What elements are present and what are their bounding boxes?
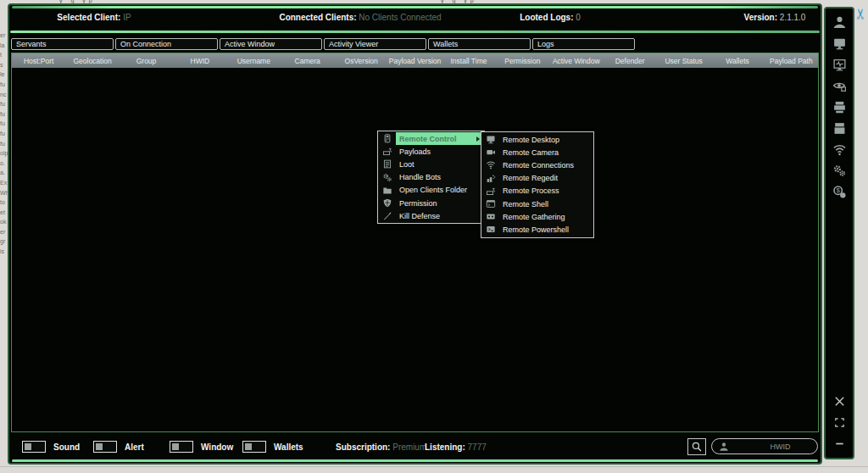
close-icon[interactable]	[832, 394, 847, 409]
submenu-item-remote-shell[interactable]: Remote Shell	[482, 198, 593, 210]
submenu-item-remote-camera[interactable]: Remote Camera	[482, 146, 593, 159]
menu-item-handle-bots[interactable]: Handle Bots	[379, 171, 483, 184]
version-value: 2.1.1.0	[780, 13, 806, 22]
hwid-search-input[interactable]	[729, 442, 832, 452]
folder-icon	[379, 185, 396, 196]
column-header-defender[interactable]: Defender	[603, 57, 656, 65]
submenu-item-remote-connections[interactable]: Remote Connections	[482, 159, 593, 171]
tab-active-window[interactable]: Active Window	[220, 38, 322, 50]
background-text: y g yp	[441, 0, 477, 3]
accent-line-bottom	[12, 459, 818, 462]
column-header-username[interactable]: Username	[227, 57, 281, 65]
accent-line-top	[12, 6, 818, 8]
background-text: y g yp	[59, 0, 96, 3]
selected-client-field: Selected Client: IP	[57, 13, 131, 22]
terminal-icon	[482, 198, 499, 209]
cash-machine-icon[interactable]	[832, 100, 847, 114]
submenu-item-remote-process[interactable]: Remote Process	[482, 185, 593, 198]
column-header-user-status[interactable]: User Status	[657, 57, 710, 65]
sound-checkbox[interactable]: Sound	[22, 441, 80, 453]
column-header-hwid[interactable]: HWID	[173, 57, 226, 65]
wifi-icon	[482, 159, 499, 170]
checkbox-indicator	[245, 443, 252, 450]
submenu-item-remote-gathering[interactable]: Remote Gathering	[482, 210, 593, 223]
checkbox-box[interactable]	[22, 441, 46, 453]
table-header-row: Host:Port Geolocation Group HWID Usernam…	[12, 53, 818, 68]
remote-control-icon	[379, 133, 396, 144]
column-header-group[interactable]: Group	[120, 57, 173, 65]
menu-item-open-clients-folder[interactable]: Open Clients Folder	[379, 184, 483, 197]
column-header-install-time[interactable]: Install Time	[442, 57, 495, 65]
version-field: Version: 2.1.1.0	[744, 13, 806, 22]
listening-label: Listening:	[425, 442, 465, 452]
remote-desktop-icon[interactable]	[832, 36, 847, 51]
tab-logs[interactable]: Logs	[532, 38, 635, 50]
wallets-checkbox[interactable]: Wallets	[242, 441, 303, 453]
search-button[interactable]	[687, 438, 706, 455]
column-header-active-window[interactable]: Active Window	[549, 57, 603, 65]
scissors-icon: ✂	[854, 8, 868, 19]
handle-bots-icon	[379, 172, 396, 183]
checkbox-box[interactable]	[170, 441, 193, 453]
clients-table-body[interactable]	[12, 68, 818, 431]
background-left-strip: er la t s le fu nc fu fu fu fu fu olp o.…	[0, 0, 8, 473]
gears-icon[interactable]	[832, 164, 847, 178]
column-header-permission[interactable]: Permission	[496, 57, 549, 65]
registry-icon	[482, 173, 499, 184]
listening-field: Listening: 7777	[425, 442, 487, 452]
clients-table: Host:Port Geolocation Group HWID Usernam…	[11, 53, 819, 432]
tab-wallets[interactable]: Wallets	[428, 38, 531, 50]
checkbox-box[interactable]	[242, 441, 266, 453]
menu-item-remote-control[interactable]: Remote Control	[379, 132, 483, 145]
context-menu: Remote Control Payloads Loot Handle Bots…	[377, 131, 485, 224]
version-label: Version:	[744, 13, 777, 22]
alert-checkbox[interactable]: Alert	[93, 441, 144, 453]
magnifier-icon	[691, 441, 703, 453]
subscription-value: Premium	[392, 442, 426, 452]
wifi-icon[interactable]	[832, 142, 847, 157]
submenu-item-remote-regedit[interactable]: Remote Regedit	[482, 172, 593, 185]
menu-item-permission[interactable]: Permission	[379, 197, 483, 209]
archive-box-icon[interactable]	[832, 121, 847, 136]
selected-client-label: Selected Client:	[57, 13, 120, 22]
minimize-icon[interactable]	[832, 437, 847, 451]
checkbox-box[interactable]	[93, 441, 117, 453]
spy-user-icon	[719, 442, 729, 452]
column-header-payload-version[interactable]: Payload Version	[388, 57, 442, 65]
tab-activity-viewer[interactable]: Activity Viewer	[324, 38, 426, 50]
submenu-item-remote-powershell[interactable]: Remote Powershell	[482, 223, 593, 236]
column-header-payload-path[interactable]: Payload Path	[765, 57, 818, 65]
app-window: Selected Client: IP Connected Clients: N…	[8, 3, 822, 465]
looted-logs-value: 0	[576, 13, 581, 22]
accent-line-middle	[10, 31, 820, 33]
column-header-wallets[interactable]: Wallets	[710, 57, 764, 65]
column-header-geolocation[interactable]: Geolocation	[65, 57, 119, 65]
hidden-view-icon[interactable]	[832, 79, 847, 93]
looted-logs-label: Looted Logs:	[520, 13, 573, 22]
menu-item-kill-defense[interactable]: Kill Defense	[379, 209, 483, 222]
subscription-label: Subscription:	[336, 442, 390, 452]
hwid-search-box[interactable]	[711, 438, 818, 454]
spy-user-icon[interactable]	[832, 15, 847, 30]
screen: y g yp y g yp er la t s le fu nc fu fu f…	[0, 0, 868, 473]
column-header-osversion[interactable]: OsVersion	[334, 57, 387, 65]
activity-monitor-icon[interactable]	[832, 58, 847, 72]
column-header-camera[interactable]: Camera	[281, 57, 334, 65]
menu-item-payloads[interactable]: Payloads	[379, 145, 483, 158]
checkbox-indicator	[25, 443, 31, 450]
column-header-host-port[interactable]: Host:Port	[12, 57, 65, 65]
checkbox-indicator	[96, 443, 103, 450]
window-checkbox[interactable]: Window	[170, 441, 233, 453]
loot-icon	[379, 159, 396, 170]
money-exchange-icon[interactable]	[832, 185, 847, 199]
maximize-icon[interactable]	[832, 415, 847, 430]
submenu-item-remote-desktop[interactable]: Remote Desktop	[482, 133, 593, 146]
menu-item-loot[interactable]: Loot	[379, 158, 483, 170]
selected-client-value: IP	[123, 13, 131, 22]
right-toolbar	[824, 7, 854, 459]
connected-clients-label: Connected Clients:	[279, 13, 356, 22]
tab-on-connection[interactable]: On Connection	[115, 38, 218, 50]
powershell-icon	[482, 224, 499, 235]
tab-servants[interactable]: Servants	[11, 38, 114, 50]
tab-strip: Servants On Connection Active Window Act…	[11, 38, 635, 50]
